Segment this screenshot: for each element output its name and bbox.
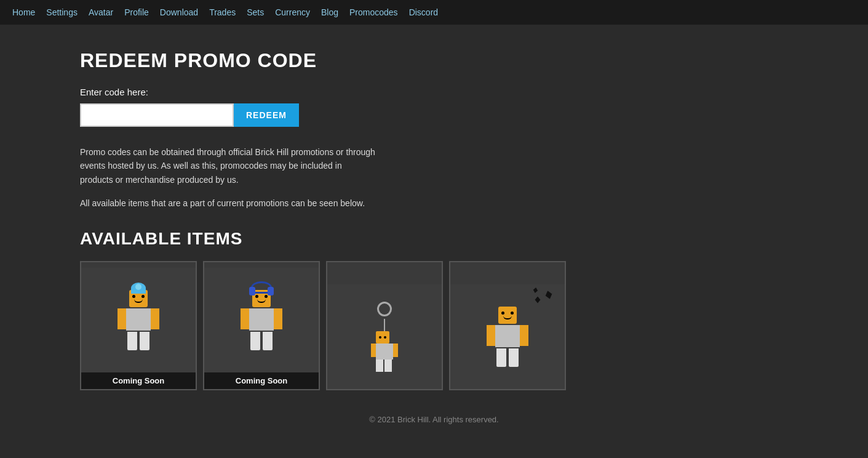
- bat-1: [541, 289, 557, 300]
- nav-avatar[interactable]: Avatar: [89, 7, 113, 17]
- keychain-arm-right: [393, 344, 398, 357]
- char-arm-left: [117, 308, 126, 329]
- redeem-form: REDEEM: [80, 103, 788, 127]
- item-label-1: Coming Soon: [81, 372, 196, 389]
- char-eye-left-2: [255, 295, 258, 298]
- char-torso-2: [249, 308, 274, 331]
- char-arm-right-2: [274, 308, 282, 329]
- char-legs-4: [496, 348, 519, 367]
- keychain-eye-right: [384, 336, 386, 339]
- nav-promocodes[interactable]: Promocodes: [349, 7, 398, 17]
- char-eye-left: [132, 295, 135, 298]
- nav-sets[interactable]: Sets: [247, 7, 264, 17]
- char-head-2: [252, 290, 271, 307]
- char-smile: [134, 299, 143, 303]
- char-smile-4: [503, 316, 512, 319]
- headphones-icon: [251, 281, 272, 294]
- keychain-ring: [377, 302, 392, 316]
- char-smile-2: [257, 299, 266, 303]
- char-eye-right: [141, 295, 145, 298]
- page-title: REDEEM PROMO CODE: [80, 49, 788, 72]
- footer: © 2021 Brick Hill. All rights reserved.: [80, 403, 788, 436]
- promo-description: Promo codes can be obtained through offi…: [80, 145, 375, 211]
- promo-code-input[interactable]: [80, 103, 234, 127]
- item-card-3[interactable]: [326, 261, 443, 390]
- description-paragraph-2: All available items that are a part of c…: [80, 196, 375, 210]
- char-legs-2: [250, 332, 273, 350]
- item-card-1[interactable]: Coming Soon: [80, 261, 197, 390]
- keychain-eye-left: [379, 336, 381, 339]
- bat-3: [530, 286, 540, 293]
- item-card-2[interactable]: Coming Soon: [203, 261, 320, 390]
- keychain-item: [376, 302, 393, 372]
- char-torso: [126, 308, 151, 331]
- item-figure-2: [204, 268, 319, 372]
- keychain-chain: [384, 319, 385, 331]
- nav-discord[interactable]: Discord: [409, 7, 438, 17]
- character-bats: [495, 307, 520, 367]
- nav-blog[interactable]: Blog: [321, 7, 338, 17]
- items-grid: Coming Soon: [80, 261, 788, 390]
- bat-2: [532, 297, 543, 303]
- keychain-body: [376, 344, 393, 360]
- keychain-leg-right: [384, 360, 392, 372]
- char-legs: [127, 332, 149, 350]
- available-items-title: AVAILABLE ITEMS: [80, 229, 788, 249]
- char-head: [129, 290, 148, 307]
- char-eye-right-4: [511, 311, 514, 315]
- char-leg-right: [140, 332, 149, 350]
- nav-home[interactable]: Home: [12, 7, 35, 17]
- navigation: Home Settings Avatar Profile Download Tr…: [0, 0, 868, 25]
- char-leg-left-4: [496, 348, 506, 367]
- char-arm-right-4: [520, 325, 528, 346]
- keychain-leg-left: [376, 360, 383, 372]
- redeem-button[interactable]: REDEEM: [234, 103, 299, 127]
- keychain-figure: [376, 331, 393, 372]
- nav-settings[interactable]: Settings: [46, 7, 78, 17]
- char-head-4: [498, 307, 517, 324]
- main-content: REDEEM PROMO CODE Enter code here: REDEE…: [0, 25, 868, 458]
- nav-download[interactable]: Download: [160, 7, 198, 17]
- char-arm-right: [151, 308, 159, 329]
- char-leg-left: [127, 332, 137, 350]
- item-card-4[interactable]: [449, 261, 566, 390]
- hat-blue-icon: [131, 283, 146, 294]
- item-figure-1: [81, 268, 196, 372]
- char-leg-right-2: [263, 332, 273, 350]
- keychain-head: [376, 331, 389, 344]
- char-leg-right-4: [509, 348, 519, 367]
- char-torso-4: [495, 325, 520, 347]
- item-label-2: Coming Soon: [204, 372, 319, 389]
- nav-profile[interactable]: Profile: [124, 7, 149, 17]
- item-figure-4: [450, 284, 565, 389]
- code-label: Enter code here:: [80, 87, 788, 97]
- char-arm-left-4: [487, 325, 495, 346]
- keychain-legs: [376, 360, 393, 372]
- char-eye-left-4: [501, 311, 504, 315]
- char-leg-left-2: [250, 332, 260, 350]
- nav-trades[interactable]: Trades: [209, 7, 236, 17]
- character-headphones: [249, 290, 274, 350]
- char-eye-right-2: [265, 295, 268, 298]
- description-paragraph-1: Promo codes can be obtained through offi…: [80, 145, 375, 187]
- char-eyes-4: [498, 307, 517, 315]
- nav-currency[interactable]: Currency: [275, 7, 310, 17]
- char-arm-left-2: [241, 308, 249, 329]
- keychain-arm-left: [371, 344, 376, 357]
- item-figure-3: [327, 284, 442, 389]
- character-hat: [126, 290, 151, 350]
